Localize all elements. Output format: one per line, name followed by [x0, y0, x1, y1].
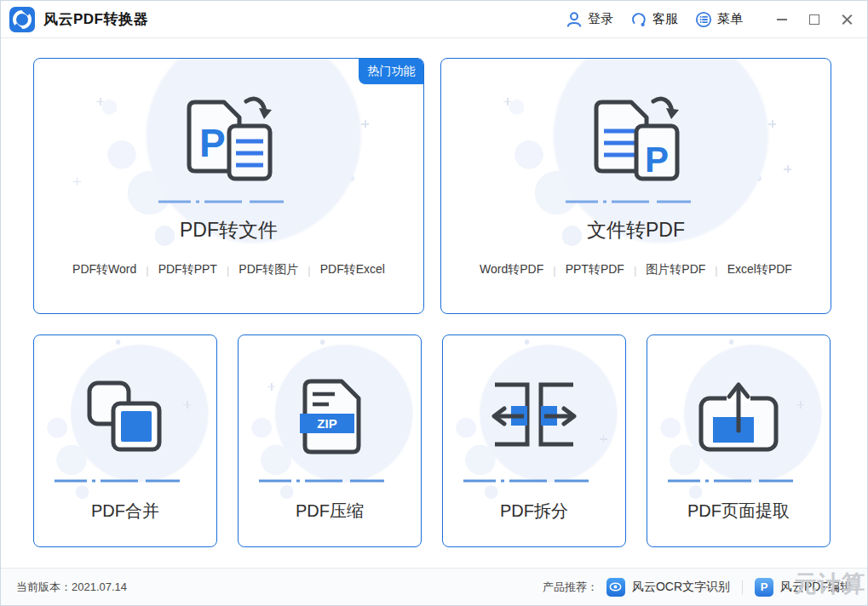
pdf-to-file-icon: P: [173, 94, 285, 187]
card-pdf-split[interactable]: PDF拆分: [442, 334, 626, 547]
product-label: 风云OCR文字识别: [632, 580, 730, 595]
minimize-button[interactable]: [775, 13, 789, 26]
card-title: PDF拆分: [500, 500, 568, 523]
pdf-split-icon: [486, 378, 582, 456]
product-link-ocr[interactable]: 风云OCR文字识别: [606, 578, 730, 597]
dashed-divider: [55, 479, 196, 483]
separator: |: [715, 264, 717, 277]
card-pdf-merge[interactable]: PDF合并: [33, 334, 217, 547]
feature-pdf-to-ppt[interactable]: PDF转PPT: [158, 262, 217, 277]
sparkle-decoration: [796, 401, 804, 409]
pdf-merge-icon: [78, 378, 173, 456]
svg-text:P: P: [199, 121, 226, 165]
separator: |: [227, 264, 229, 277]
feature-excel-to-pdf[interactable]: Excel转PDF: [727, 262, 792, 277]
feature-links: Word转PDF | PPT转PDF | 图片转PDF | Excel转PDF: [480, 262, 792, 277]
titlebar: 风云PDF转换器 登录 客服: [1, 1, 867, 38]
feature-pdf-to-excel[interactable]: PDF转Excel: [320, 262, 385, 277]
card-title: PDF页面提取: [687, 500, 790, 523]
sparkle-decoration: [768, 120, 776, 128]
main-area: 热门功能 P PDF转文件: [1, 38, 867, 569]
footer: 当前版本：2021.07.14 产品推荐： 风云OCR文字识别 P 风云PDF编…: [1, 568, 867, 605]
product-label: 风云PDF编辑: [780, 580, 852, 595]
dashed-divider: [668, 479, 809, 483]
app-window: 风云PDF转换器 登录 客服: [0, 0, 868, 606]
pdf-editor-icon: P: [755, 578, 773, 597]
separator: |: [553, 264, 555, 277]
icon-zone: [647, 376, 830, 457]
sparkle-decoration: [73, 178, 81, 186]
sparkle-decoration: [183, 401, 191, 409]
maximize-button[interactable]: [808, 13, 821, 26]
app-logo-icon: [9, 7, 35, 32]
separator: |: [308, 264, 310, 277]
card-pdf-compress[interactable]: ZIP PDF压缩: [238, 334, 422, 547]
feature-ppt-to-pdf[interactable]: PPT转PDF: [566, 262, 624, 277]
sparkle-decoration: [503, 98, 511, 106]
card-pdf-to-file[interactable]: 热门功能 P PDF转文件: [33, 58, 424, 314]
feature-image-to-pdf[interactable]: 图片转PDF: [646, 262, 705, 277]
feature-pdf-to-word[interactable]: PDF转Word: [72, 262, 136, 277]
sparkle-decoration: [600, 435, 607, 443]
pdf-page-extract-icon: [691, 378, 786, 456]
svg-text:P: P: [645, 140, 669, 180]
headset-icon: [630, 11, 647, 28]
card-title: PDF转文件: [180, 217, 278, 243]
promo-label: 产品推荐：: [543, 580, 598, 595]
user-icon: [566, 11, 583, 28]
sparkle-decoration: [267, 383, 275, 391]
pdf-compress-icon: ZIP: [282, 378, 377, 456]
file-to-pdf-icon: P: [580, 94, 693, 187]
feature-word-to-pdf[interactable]: Word转PDF: [480, 262, 543, 277]
sparkle-decoration: [361, 120, 369, 128]
dashed-divider: [259, 479, 400, 483]
footer-divider: [742, 580, 743, 594]
titlebar-actions: 登录 客服 菜单: [566, 11, 854, 28]
ocr-eye-icon: [606, 578, 625, 597]
sparkle-decoration: [96, 98, 104, 106]
card-title: PDF合并: [91, 500, 159, 523]
product-link-pdf-editor[interactable]: P 风云PDF编辑: [755, 578, 852, 597]
icon-zone: ZIP: [239, 376, 421, 457]
sparkle-decoration: [784, 165, 791, 173]
window-controls: [775, 13, 854, 26]
card-title: 文件转PDF: [587, 217, 685, 243]
menu-label: 菜单: [717, 11, 743, 27]
feature-pdf-to-image[interactable]: PDF转图片: [239, 262, 298, 277]
dashed-divider: [566, 200, 707, 203]
login-button[interactable]: 登录: [566, 11, 613, 28]
card-pdf-page-extract[interactable]: PDF页面提取: [647, 334, 831, 547]
feature-links: PDF转Word | PDF转PPT | PDF转图片 | PDF转Excel: [72, 262, 385, 277]
app-title: 风云PDF转换器: [43, 9, 148, 29]
close-button[interactable]: [840, 13, 854, 26]
login-label: 登录: [588, 11, 613, 27]
footer-promos: 产品推荐： 风云OCR文字识别 P 风云PDF编辑: [543, 578, 852, 597]
icon-zone: P: [441, 89, 831, 192]
separator: |: [146, 264, 148, 277]
hot-feature-badge: 热门功能: [359, 58, 424, 84]
icon-zone: P: [34, 89, 423, 192]
icon-zone: [443, 376, 625, 457]
icon-zone: [34, 376, 216, 457]
version-label: 当前版本：2021.07.14: [16, 580, 127, 595]
menu-button[interactable]: 菜单: [695, 11, 743, 28]
separator: |: [634, 264, 636, 277]
card-title: PDF压缩: [296, 500, 364, 523]
dashed-divider: [463, 479, 605, 483]
menu-list-icon: [695, 11, 712, 28]
dashed-divider: [158, 200, 300, 203]
customer-service-label: 客服: [652, 11, 678, 27]
svg-text:ZIP: ZIP: [317, 416, 336, 431]
customer-service-button[interactable]: 客服: [630, 11, 678, 28]
card-file-to-pdf[interactable]: P 文件转PDF Word转PDF | PPT转PDF | 图片转PDF | E…: [440, 58, 831, 314]
